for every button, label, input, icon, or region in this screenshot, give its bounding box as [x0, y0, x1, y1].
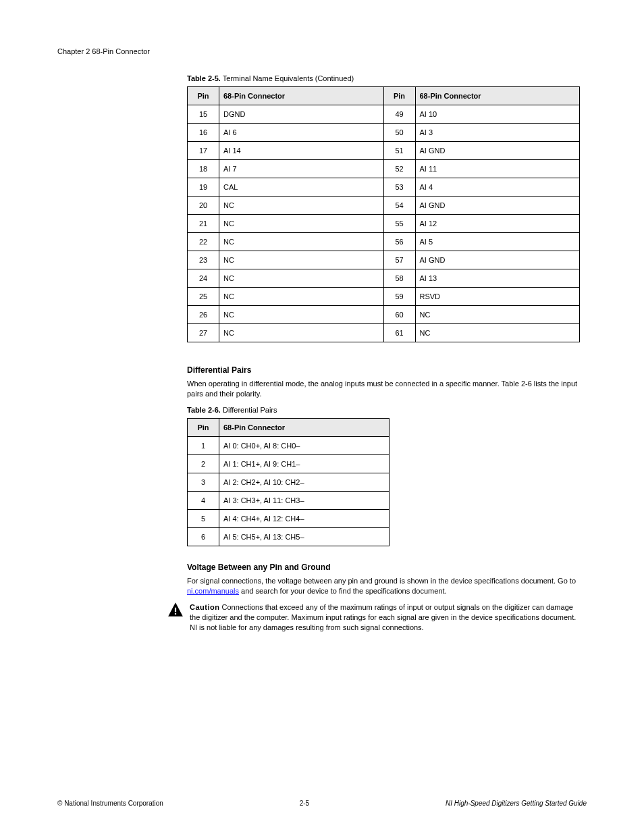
cell: AI GND: [415, 251, 580, 269]
cell: 23: [188, 251, 219, 269]
cell: AI 11: [415, 160, 580, 178]
table-header-row: Pin 68-Pin Connector: [188, 418, 390, 436]
table-row: 18AI 752AI 11: [188, 160, 580, 178]
table-row: 5AI 4: CH4+, AI 12: CH4–: [188, 509, 390, 527]
cell: 6: [188, 527, 219, 546]
cell: DGND: [219, 105, 384, 124]
cell: NC: [219, 233, 384, 251]
table-row: 6AI 5: CH5+, AI 13: CH5–: [188, 527, 390, 546]
cell: 20: [188, 197, 219, 215]
page-footer: © National Instruments Corporation 2-5 N…: [57, 800, 587, 807]
table-row: 1AI 0: CH0+, AI 8: CH0–: [188, 436, 390, 454]
footer-center: 2-5: [300, 800, 309, 807]
svg-rect-0: [175, 608, 176, 613]
cell: 54: [383, 197, 415, 215]
table-row: 23NC57AI GND: [188, 251, 580, 269]
table-row: 22NC56AI 5: [188, 233, 580, 251]
voltage-paragraph: For signal connections, the voltage betw…: [187, 576, 580, 596]
cell: NC: [219, 288, 384, 306]
cell: AI 4: CH4+, AI 12: CH4–: [219, 509, 390, 527]
cell: NC: [219, 306, 384, 324]
cell: NC: [219, 197, 384, 215]
cell: 59: [383, 288, 415, 306]
cell: 27: [188, 324, 219, 342]
table-row: 26NC60NC: [188, 306, 580, 324]
table-2-6-caption: Table 2-6. Differential Pairs: [187, 406, 580, 414]
cell: 22: [188, 233, 219, 251]
cell: 17: [188, 142, 219, 160]
differential-pairs-heading: Differential Pairs: [187, 365, 580, 375]
table-row: 16AI 650AI 3: [188, 124, 580, 142]
warning-icon: [167, 601, 184, 621]
table-header-row: Pin 68-Pin Connector Pin 68-Pin Connecto…: [188, 87, 580, 105]
specs-link[interactable]: ni.com/manuals: [187, 587, 239, 595]
table-row: 3AI 2: CH2+, AI 10: CH2–: [188, 473, 390, 491]
cell: AI 3: CH3+, AI 11: CH3–: [219, 491, 390, 509]
cell: NC: [219, 324, 384, 342]
cell: 51: [383, 142, 415, 160]
table-2-6-caption-label: Table 2-6.: [187, 406, 221, 414]
cell: AI 7: [219, 160, 384, 178]
differential-pairs-paragraph: When operating in differential mode, the…: [187, 379, 580, 399]
cell: AI 4: [415, 178, 580, 197]
cell: 53: [383, 178, 415, 197]
col-header-pin: Pin: [188, 418, 219, 436]
cell: AI GND: [415, 142, 580, 160]
voltage-paragraph-post: and search for your device to find the s…: [239, 587, 447, 595]
cell: 18: [188, 160, 219, 178]
table-row: 20NC54AI GND: [188, 197, 580, 215]
cell: NC: [219, 251, 384, 269]
col-header-pin-a: Pin: [188, 87, 219, 105]
cell: 49: [383, 105, 415, 124]
voltage-paragraph-pre: For signal connections, the voltage betw…: [187, 577, 576, 585]
differential-pairs-section: Differential Pairs When operating in dif…: [187, 365, 580, 546]
cell: AI 5: CH5+, AI 13: CH5–: [219, 527, 390, 546]
table-row: 15DGND49AI 10: [188, 105, 580, 124]
col-header-desc: 68-Pin Connector: [219, 418, 390, 436]
table-2-6-caption-text: Differential Pairs: [223, 406, 277, 414]
cell: AI 3: [415, 124, 580, 142]
cell: AI 10: [415, 105, 580, 124]
voltage-heading: Voltage Between any Pin and Ground: [187, 563, 580, 572]
cell: AI 2: CH2+, AI 10: CH2–: [219, 473, 390, 491]
col-header-pin-b: Pin: [383, 87, 415, 105]
table-row: 24NC58AI 13: [188, 269, 580, 288]
table-row: 27NC61NC: [188, 324, 580, 342]
footer-right: NI High-Speed Digitizers Getting Started…: [446, 800, 587, 807]
cell: 21: [188, 215, 219, 233]
table-2-6: Pin 68-Pin Connector 1AI 0: CH0+, AI 8: …: [187, 418, 390, 546]
table-row: 25NC59RSVD: [188, 288, 580, 306]
cell: AI 13: [415, 269, 580, 288]
cell: 26: [188, 306, 219, 324]
cell: 3: [188, 473, 219, 491]
cell: AI GND: [415, 197, 580, 215]
cell: NC: [415, 324, 580, 342]
cell: 60: [383, 306, 415, 324]
cell: AI 12: [415, 215, 580, 233]
caution-text: Caution Connections that exceed any of t…: [190, 602, 580, 633]
cell: NC: [219, 215, 384, 233]
cell: AI 6: [219, 124, 384, 142]
cell: RSVD: [415, 288, 580, 306]
svg-rect-1: [175, 613, 176, 615]
cell: 58: [383, 269, 415, 288]
cell: 15: [188, 105, 219, 124]
cell: 2: [188, 454, 219, 473]
table-2-5-caption-text: Terminal Name Equivalents (Continued): [223, 74, 354, 82]
table-row: 4AI 3: CH3+, AI 11: CH3–: [188, 491, 390, 509]
table-row: 2AI 1: CH1+, AI 9: CH1–: [188, 454, 390, 473]
page-header: Chapter 2 68-Pin Connector: [57, 47, 587, 55]
col-header-desc-b: 68-Pin Connector: [415, 87, 580, 105]
table-2-5: Pin 68-Pin Connector Pin 68-Pin Connecto…: [187, 86, 580, 342]
footer-left: © National Instruments Corporation: [57, 800, 163, 807]
table-row: 21NC55AI 12: [188, 215, 580, 233]
cell: 56: [383, 233, 415, 251]
cell: 16: [188, 124, 219, 142]
cell: AI 0: CH0+, AI 8: CH0–: [219, 436, 390, 454]
col-header-desc-a: 68-Pin Connector: [219, 87, 384, 105]
cell: 4: [188, 491, 219, 509]
cell: AI 14: [219, 142, 384, 160]
cell: 24: [188, 269, 219, 288]
table-2-5-caption-label: Table 2-5.: [187, 74, 221, 82]
caution-label: Caution: [190, 603, 219, 611]
